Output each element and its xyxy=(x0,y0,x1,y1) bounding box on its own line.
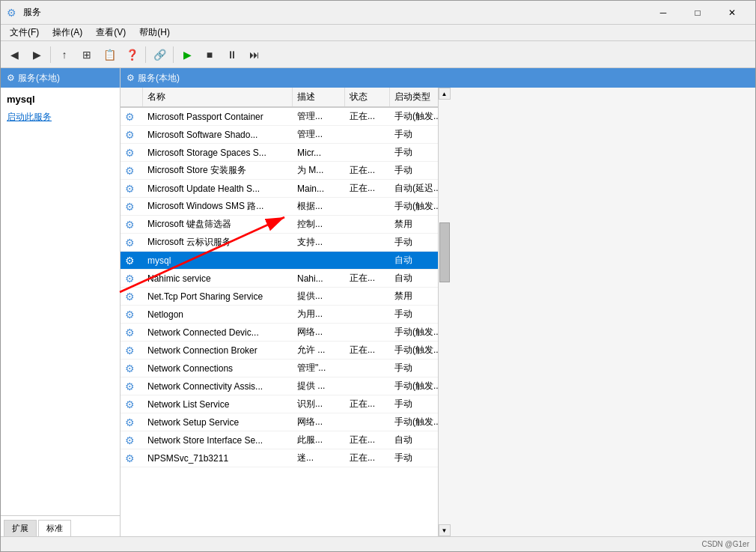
service-desc-cell: 为 M... xyxy=(293,162,345,179)
service-startup-cell: 禁用 xyxy=(390,288,438,305)
table-row[interactable]: ⚙Net.Tcp Port Sharing Service提供...禁用本地服务 xyxy=(121,288,438,306)
scrollbar-track[interactable]: ▲ ▼ xyxy=(438,88,756,536)
connect-button[interactable]: 🔗 xyxy=(149,44,170,65)
app-icon: ⚙ xyxy=(7,7,19,19)
table-row[interactable]: ⚙Network Connected Devic...网络...手动(触发...… xyxy=(121,324,438,342)
close-button[interactable]: ✕ xyxy=(715,1,749,25)
service-name-cell: Netlogon xyxy=(143,306,293,323)
services-table[interactable]: 名称 描述 状态 启动类型 登录为 ⚙Microsoft Passport Co… xyxy=(121,88,438,536)
maximize-button[interactable]: □ xyxy=(680,1,715,25)
toolbar-separator-2 xyxy=(145,46,146,63)
menu-item[interactable]: 查看(V) xyxy=(90,25,132,40)
scroll-up-button[interactable]: ▲ xyxy=(439,88,451,100)
table-row[interactable]: ⚙Microsoft Windows SMS 路...根据...手动(触发...… xyxy=(121,198,438,216)
col-desc[interactable]: 描述 xyxy=(293,88,345,106)
service-icon-cell: ⚙ xyxy=(121,198,143,215)
resume-button[interactable]: ⏭ xyxy=(244,44,265,65)
back-button[interactable]: ◀ xyxy=(4,44,25,65)
table-row[interactable]: ⚙Network Connectivity Assis...提供 ...手动(触… xyxy=(121,377,438,395)
export-button[interactable]: 📋 xyxy=(99,44,120,65)
service-desc-cell: Main... xyxy=(293,180,345,197)
service-startup-cell: 自动 xyxy=(390,431,438,449)
start-button[interactable]: ▶ xyxy=(177,44,198,65)
table-row[interactable]: ⚙Microsoft 键盘筛选器控制...禁用本地系统 xyxy=(121,216,438,234)
table-row[interactable]: ⚙Microsoft Software Shado...管理...手动本地系统 xyxy=(121,126,438,144)
content-gear-icon: ⚙ xyxy=(126,73,135,83)
table-row[interactable]: ⚙Network List Service识别...正在...手动网络服务 xyxy=(121,395,438,413)
service-name-cell: Microsoft Store 安装服务 xyxy=(143,162,293,179)
table-row[interactable]: ⚙Microsoft Update Health S...Main...正在..… xyxy=(121,180,438,198)
table-row[interactable]: ⚙Netlogon为用...手动本地系统 xyxy=(121,306,438,324)
menu-item[interactable]: 操作(A) xyxy=(46,25,88,40)
service-desc-cell: 此服... xyxy=(293,431,345,449)
service-startup-cell: 手动(触发... xyxy=(390,108,438,125)
service-status-cell: 正在... xyxy=(345,180,390,197)
service-icon-cell: ⚙ xyxy=(121,144,143,161)
table-row[interactable]: ⚙Network Setup Service网络...手动(触发...本地系统 xyxy=(121,413,438,431)
col-status[interactable]: 状态 xyxy=(345,88,390,106)
service-startup-cell: 手动 xyxy=(390,395,438,413)
col-name[interactable]: 名称 xyxy=(143,88,293,106)
window-title: 服务 xyxy=(23,6,646,19)
service-desc-cell: 提供 ... xyxy=(293,377,345,395)
minimize-button[interactable]: ─ xyxy=(646,1,680,25)
service-icon-cell: ⚙ xyxy=(121,270,143,287)
scrollbar-thumb[interactable] xyxy=(439,222,450,282)
service-desc-cell: 网络... xyxy=(293,324,345,341)
service-status-cell xyxy=(345,360,390,377)
table-row[interactable]: ⚙NPSMSvc_71b3211迷...正在...手动本地系统 xyxy=(121,449,438,467)
table-row[interactable]: ⚙Nahimic serviceNahi...正在...自动本地系统 xyxy=(121,270,438,288)
table-row[interactable]: ⚙Network Store Interface Se...此服...正在...… xyxy=(121,431,438,449)
table-row[interactable]: ⚙Microsoft Storage Spaces S...Micr...手动网… xyxy=(121,144,438,162)
service-icon-cell: ⚙ xyxy=(121,360,143,377)
sidebar: ⚙ 服务(本地) mysql 启动此服务 扩展 标准 xyxy=(1,68,121,536)
service-startup-cell: 自动 xyxy=(390,270,438,287)
service-startup-cell: 禁用 xyxy=(390,216,438,233)
table-row[interactable]: ⚙Microsoft 云标识服务支持...手动网络服务 xyxy=(121,234,438,252)
menu-item[interactable]: 文件(F) xyxy=(4,25,45,40)
service-name-cell: Microsoft Software Shado... xyxy=(143,126,293,143)
tab-standard[interactable]: 标准 xyxy=(38,520,71,536)
sidebar-header-label: 服务(本地) xyxy=(18,72,60,85)
service-icon-cell: ⚙ xyxy=(121,413,143,431)
service-icon-cell: ⚙ xyxy=(121,342,143,359)
service-status-cell: 正在... xyxy=(345,395,390,413)
service-status-cell: 正在... xyxy=(345,431,390,449)
table-row[interactable]: ⚙Microsoft Passport Container管理...正在...手… xyxy=(121,108,438,126)
service-status-cell: 正在... xyxy=(345,108,390,125)
service-desc-cell: 识别... xyxy=(293,395,345,413)
table-row[interactable]: ⚙Network Connections管理"...手动本地系统 xyxy=(121,360,438,377)
service-name-cell: Network List Service xyxy=(143,395,293,413)
scroll-down-button[interactable]: ▼ xyxy=(439,524,451,536)
service-icon-cell: ⚙ xyxy=(121,395,143,413)
help-button[interactable]: ❓ xyxy=(121,44,142,65)
up-button[interactable]: ↑ xyxy=(54,44,75,65)
table-row[interactable]: ⚙Microsoft Store 安装服务为 M...正在...手动本地系统 xyxy=(121,162,438,180)
table-body: ⚙Microsoft Passport Container管理...正在...手… xyxy=(121,108,438,467)
main-window: ⚙ 服务 ─ □ ✕ 文件(F)操作(A)查看(V)帮助(H) ◀ ▶ ↑ ⊞ … xyxy=(0,0,756,552)
toolbar: ◀ ▶ ↑ ⊞ 📋 ❓ 🔗 ▶ ■ ⏸ ⏭ xyxy=(1,41,755,68)
start-service-link[interactable]: 启动此服务 xyxy=(7,112,52,122)
service-desc-cell: 根据... xyxy=(293,198,345,215)
tab-extended[interactable]: 扩展 xyxy=(4,520,37,536)
stop-button[interactable]: ■ xyxy=(199,44,220,65)
table-row[interactable]: ⚙mysql自动本地系统 xyxy=(121,252,438,270)
window-controls: ─ □ ✕ xyxy=(646,1,749,25)
sidebar-service-name: mysql xyxy=(7,94,114,105)
service-desc-cell: Nahi... xyxy=(293,270,345,287)
service-status-cell xyxy=(345,288,390,305)
col-startup[interactable]: 启动类型 xyxy=(390,88,438,106)
service-desc-cell: 管理... xyxy=(293,108,345,125)
service-status-cell: 正在... xyxy=(345,162,390,179)
service-startup-cell: 手动 xyxy=(390,234,438,251)
service-status-cell: 正在... xyxy=(345,342,390,359)
forward-button[interactable]: ▶ xyxy=(26,44,47,65)
col-icon[interactable] xyxy=(121,88,143,106)
table-row[interactable]: ⚙Network Connection Broker允许 ...正在...手动(… xyxy=(121,342,438,360)
service-name-cell: mysql xyxy=(143,252,293,269)
pause-button[interactable]: ⏸ xyxy=(222,44,243,65)
sidebar-content: mysql 启动此服务 xyxy=(1,88,120,515)
service-name-cell: Network Connections xyxy=(143,360,293,377)
show-hide-button[interactable]: ⊞ xyxy=(76,44,97,65)
menu-item[interactable]: 帮助(H) xyxy=(133,25,176,40)
